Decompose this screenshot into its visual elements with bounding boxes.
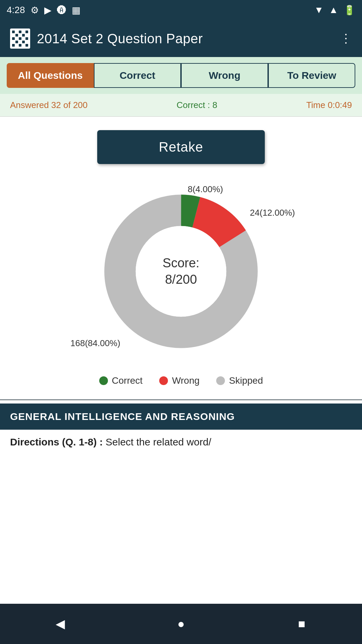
home-button[interactable]: ● <box>171 614 191 634</box>
status-right: ▼ ▲ 🔋 <box>314 5 355 16</box>
retake-button[interactable]: Retake <box>97 130 265 164</box>
signal-icon: ▲ <box>329 5 338 15</box>
app-logo <box>10 29 30 49</box>
tab-correct[interactable]: Correct <box>94 63 181 88</box>
recent-button[interactable]: ■ <box>292 614 312 634</box>
score-label: Score: <box>163 255 199 271</box>
donut-chart: Score: 8/200 <box>94 184 268 359</box>
bottom-nav: ◀ ● ■ <box>0 604 362 644</box>
legend-label-correct: Correct <box>112 375 143 386</box>
stats-bar: Answered 32 of 200 Correct : 8 Time 0:0:… <box>0 94 362 117</box>
wifi-icon: ▼ <box>314 5 324 15</box>
clipboard-icon: 🅐 <box>57 5 66 16</box>
stat-answered: Answered 32 of 200 <box>10 100 87 110</box>
app-bar: 2014 Set 2 Question Paper ⋮ <box>0 20 362 57</box>
main-content: Retake 8(4.00%) 24(12.00%) 168(84.00%) <box>0 117 362 604</box>
legend-label-wrong: Wrong <box>172 375 199 386</box>
chart-area: 8(4.00%) 24(12.00%) 168(84.00%) <box>64 174 298 369</box>
legend-skipped: Skipped <box>216 375 263 386</box>
settings-icon: ⚙ <box>31 5 39 16</box>
legend-correct: Correct <box>99 375 143 386</box>
section-header: GENERAL INTELLIGENCE AND REASONING <box>0 404 362 430</box>
directions-text: Directions (Q. 1-8) : Select the related… <box>0 430 362 454</box>
back-icon: ◀ <box>56 617 65 631</box>
sdcard-icon: ▦ <box>72 5 80 16</box>
battery-icon: 🔋 <box>344 5 355 16</box>
legend: Correct Wrong Skipped <box>99 375 263 386</box>
more-vert-icon[interactable]: ⋮ <box>340 32 352 46</box>
legend-dot-wrong <box>159 376 168 385</box>
legend-wrong: Wrong <box>159 375 199 386</box>
directions-bold: Directions (Q. 1-8) : <box>10 436 103 447</box>
stat-time: Time 0:0:49 <box>306 100 352 110</box>
filter-tabs: All Questions Correct Wrong To Review <box>0 57 362 94</box>
recent-icon: ■ <box>298 617 305 631</box>
legend-label-skipped: Skipped <box>229 375 263 386</box>
directions-rest: Select the related word/ <box>103 436 212 447</box>
tab-to-review[interactable]: To Review <box>268 63 355 88</box>
tab-all-questions[interactable]: All Questions <box>7 63 94 88</box>
shield-icon: ▶ <box>44 5 52 16</box>
status-left: 4:28 ⚙ ▶ 🅐 ▦ <box>7 5 80 16</box>
score-value: 8/200 <box>163 271 199 288</box>
back-button[interactable]: ◀ <box>50 614 70 634</box>
section-divider <box>0 399 362 400</box>
donut-center-text: Score: 8/200 <box>163 255 199 288</box>
legend-dot-skipped <box>216 376 225 385</box>
section-title: GENERAL INTELLIGENCE AND REASONING <box>10 411 235 422</box>
home-icon: ● <box>177 617 185 631</box>
app-title: 2014 Set 2 Question Paper <box>37 31 333 46</box>
tab-wrong[interactable]: Wrong <box>181 63 268 88</box>
status-time: 4:28 <box>7 5 25 15</box>
status-bar: 4:28 ⚙ ▶ 🅐 ▦ ▼ ▲ 🔋 <box>0 0 362 20</box>
stat-correct: Correct : 8 <box>177 100 217 110</box>
legend-dot-correct <box>99 376 108 385</box>
